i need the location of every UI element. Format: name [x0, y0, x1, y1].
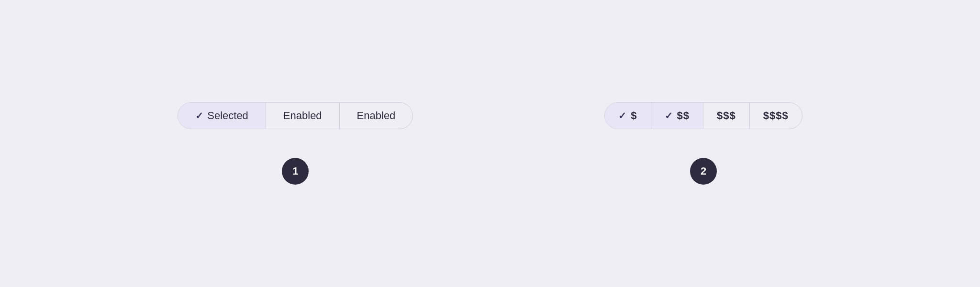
check-icon-1: ✓: [195, 110, 203, 121]
demo-section-1: ✓ Selected Enabled Enabled 1: [178, 102, 413, 185]
segment-enabled-1-label: Enabled: [283, 110, 322, 122]
segment-selected-label: Selected: [207, 110, 248, 122]
check-icon-2: ✓: [618, 110, 627, 121]
segment-dollar-1[interactable]: ✓ $: [605, 103, 651, 129]
segment-dollar-4-label: $$$$: [763, 110, 789, 122]
segmented-control-2[interactable]: ✓ $ ✓ $$ $$$ $$$$: [604, 102, 802, 129]
segment-dollar-2[interactable]: ✓ $$: [651, 103, 703, 129]
segment-dollar-1-label: $: [631, 110, 637, 122]
segment-enabled-1[interactable]: Enabled: [266, 103, 340, 129]
badge-2: 2: [690, 158, 717, 185]
segmented-control-1[interactable]: ✓ Selected Enabled Enabled: [178, 102, 413, 129]
badge-1: 1: [282, 158, 309, 185]
badge-2-number: 2: [701, 165, 706, 177]
segment-enabled-2[interactable]: Enabled: [340, 103, 413, 129]
segment-dollar-2-label: $$: [677, 110, 690, 122]
segment-selected[interactable]: ✓ Selected: [178, 103, 266, 129]
segment-dollar-3[interactable]: $$$: [703, 103, 750, 129]
badge-1-number: 1: [292, 165, 298, 177]
segment-dollar-3-label: $$$: [717, 110, 736, 122]
demo-section-2: ✓ $ ✓ $$ $$$ $$$$ 2: [604, 102, 802, 185]
check-icon-3: ✓: [665, 110, 673, 121]
page-container: ✓ Selected Enabled Enabled 1 ✓ $ ✓ $$: [0, 0, 980, 287]
segment-enabled-2-label: Enabled: [357, 110, 396, 122]
segment-dollar-4[interactable]: $$$$: [750, 103, 802, 129]
